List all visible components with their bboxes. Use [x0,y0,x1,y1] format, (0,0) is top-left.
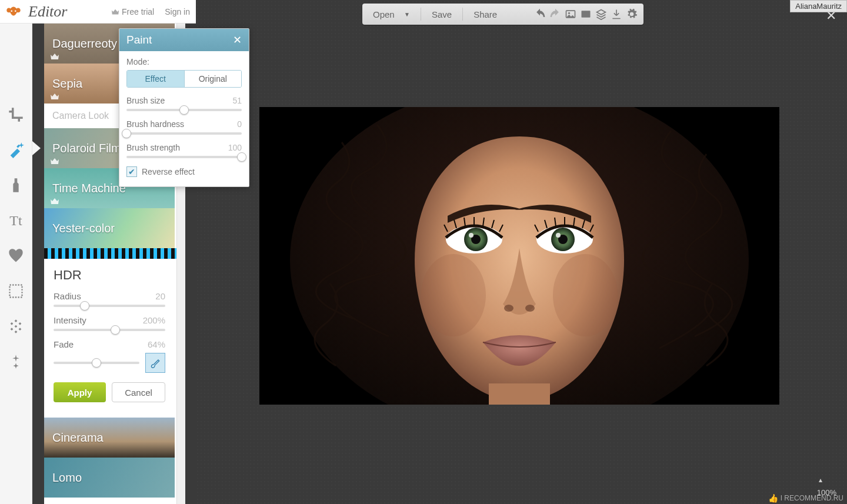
mode-effect-button[interactable]: Effect [127,71,184,87]
hdr-radius-value: 20 [155,291,165,301]
brush-icon [149,357,161,369]
textures-icon[interactable] [7,318,25,335]
svg-point-1 [15,10,16,12]
header-left: Editor Free trial Sign in [0,0,196,24]
brush-hardness-value: 0 [237,119,242,129]
paint-mode-label: Mode: [126,57,242,66]
watermark-username: AlianaMauritz [790,0,847,12]
zoom-up-icon[interactable]: ▴ [819,476,822,484]
brush-hardness-label: Brush hardness [126,119,184,129]
image-after-icon[interactable] [580,8,592,20]
download-icon[interactable] [611,8,622,20]
brush-size-slider[interactable] [126,109,242,111]
paint-title: Paint [126,34,152,46]
reverse-effect-checkbox[interactable]: ✔ Reverse effect [126,166,242,177]
apply-button[interactable]: Apply [54,382,106,402]
sign-in-link[interactable]: Sign in [165,7,190,16]
checkbox-checked-icon: ✔ [126,166,137,177]
svg-point-15 [556,233,561,238]
watermark-site: 👍I RECOMMEND.RU [768,493,843,503]
touchup-icon[interactable] [7,176,25,194]
gear-icon[interactable] [626,8,638,20]
mode-original-button[interactable]: Original [184,71,242,87]
svg-point-18 [421,254,486,336]
hdr-fade-value: 64% [148,339,165,349]
free-trial-link[interactable]: Free trial [111,7,154,16]
brush-hardness-slider[interactable] [126,132,242,135]
hdr-title: HDR [54,268,165,283]
svg-point-3 [568,12,570,14]
redo-icon[interactable] [549,8,561,20]
effects-icon[interactable] [7,141,25,159]
brush-strength-slider[interactable] [126,156,242,158]
close-icon[interactable]: ✕ [233,34,242,46]
brush-strength-label: Brush strength [126,143,180,152]
paint-panel: Paint ✕ Mode: Effect Original Brush size… [119,28,249,187]
hdr-radius-label: Radius [54,291,81,301]
chevron-down-icon: ▼ [404,11,410,18]
hdr-intensity-slider[interactable] [54,329,165,331]
svg-point-19 [553,254,618,336]
crown-icon [111,8,119,15]
app-title: Editor [28,3,105,21]
svg-point-0 [11,10,12,12]
crown-icon [50,53,59,60]
svg-point-16 [504,305,513,312]
save-button[interactable]: Save [427,7,456,22]
effect-cinerama[interactable]: Cinerama [44,418,175,458]
crown-icon [50,198,59,205]
left-toolbar: Tt [0,24,32,504]
svg-point-17 [525,305,535,312]
paint-brush-button[interactable] [145,353,165,373]
svg-rect-4 [582,11,591,18]
svg-rect-7 [489,383,550,405]
canvas-area: Open ▼ Save Share [196,0,847,504]
canvas-toolbar: Open ▼ Save Share [362,4,643,25]
hdr-fade-slider[interactable] [54,362,139,364]
thumbs-up-icon: 👍 [768,493,778,503]
crown-icon [50,93,59,100]
share-button[interactable]: Share [469,7,502,22]
hdr-intensity-label: Intensity [54,315,86,325]
effect-strip-decor [44,248,185,259]
undo-icon[interactable] [534,8,546,20]
layers-icon[interactable] [595,8,607,20]
selected-tool-arrow [32,141,41,155]
crop-icon[interactable] [7,106,25,124]
paint-mode-toggle: Effect Original [126,70,242,88]
monkey-logo-icon [6,5,21,18]
crown-icon [50,158,59,165]
brush-size-value: 51 [232,96,242,105]
effect-yester-color[interactable]: Yester-color [44,208,175,248]
text-icon[interactable]: Tt [7,212,25,229]
cancel-button[interactable]: Cancel [112,382,165,402]
hdr-fade-label: Fade [54,339,74,349]
hdr-radius-slider[interactable] [54,305,165,307]
svg-point-11 [469,233,473,238]
frames-icon[interactable] [7,282,25,300]
image-before-icon[interactable] [565,8,576,20]
brush-strength-value: 100 [228,143,242,152]
open-button[interactable]: Open ▼ [368,7,415,22]
effect-lomo[interactable]: Lomo [44,458,175,498]
canvas-image[interactable] [259,107,779,405]
hdr-panel: HDR Radius20 Intensity200% Fade64% Ap [44,259,175,412]
hdr-intensity-value: 200% [143,315,165,325]
overlay-icon[interactable] [7,247,25,265]
reverse-effect-label: Reverse effect [142,167,195,176]
themes-icon[interactable] [7,353,25,371]
brush-size-label: Brush size [126,96,165,105]
